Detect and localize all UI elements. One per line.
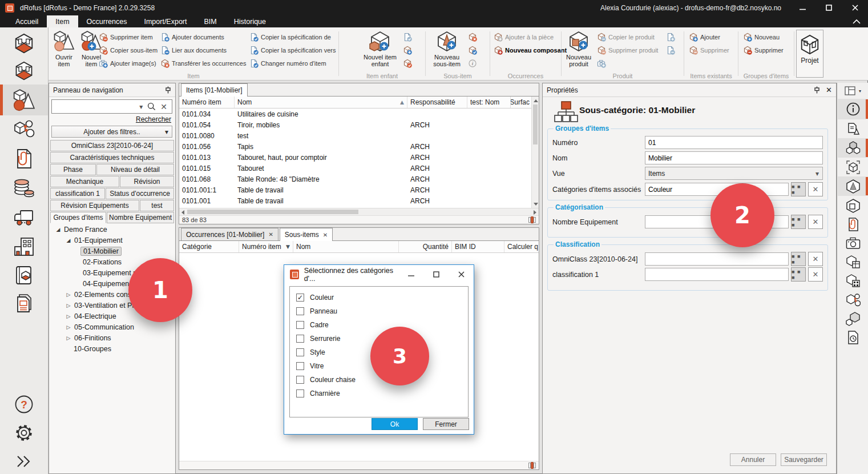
item-row[interactable]: 0101.068Table Ronde: 48 "DiamètreARCH: [179, 174, 531, 184]
pin-icon[interactable]: [814, 86, 820, 94]
ajouter-documents-button[interactable]: Ajouter documents: [160, 31, 224, 42]
col-numero-item[interactable]: Numéro item: [179, 97, 235, 108]
checkbox-unchecked[interactable]: [296, 307, 304, 315]
rail-building-module[interactable]: [0, 233, 48, 260]
category-option[interactable]: Cadre: [290, 318, 468, 332]
copier-sous-item-button[interactable]: Copier sous-item: [99, 45, 158, 55]
checkbox-unchecked[interactable]: [296, 376, 304, 384]
tool-info[interactable]: [838, 99, 868, 119]
filter-groupes-items[interactable]: Groupes d'items: [50, 212, 106, 223]
tree-node-05-communication[interactable]: ▷05-Communication: [51, 322, 173, 332]
tool-product[interactable]: [838, 196, 868, 215]
copier-spec-vers-button[interactable]: Copier la spécification vers: [249, 45, 336, 55]
produit-doc-remove-button[interactable]: [666, 45, 675, 55]
item-row[interactable]: 0101.001:1Table de travailARCH: [179, 184, 531, 195]
tool-occurrences[interactable]: [838, 290, 868, 309]
numero-field[interactable]: [645, 136, 823, 149]
checkbox-checked[interactable]: ✓: [296, 294, 304, 302]
col-test-nom[interactable]: test: Nom: [467, 97, 511, 108]
dialog-titlebar[interactable]: Sélectionnez des catégories d'...: [284, 265, 474, 284]
omniclass-browse-button[interactable]: ■ ■ ■: [791, 252, 806, 266]
filter-caracteristiques[interactable]: Caractéristiques techniques: [50, 152, 174, 163]
classification1-browse-button[interactable]: ■ ■ ■: [791, 267, 806, 282]
items-vertical-scrollbar[interactable]: [531, 97, 539, 208]
tree-node-01-equipement[interactable]: ◢01-Equipement: [51, 235, 173, 246]
rail-occurrences-module[interactable]: [0, 117, 48, 143]
copier-produit-button[interactable]: Copier le produit: [597, 31, 655, 42]
changer-numero-button[interactable]: Changer numéro d'item: [249, 58, 326, 69]
nouvel-item-enfant-button[interactable]: Nouvel item enfant: [362, 29, 398, 67]
dialog-minimize-button[interactable]: [398, 265, 423, 284]
ok-button[interactable]: Ok: [372, 418, 418, 430]
dialog-close-button[interactable]: [449, 265, 474, 284]
tool-attachments[interactable]: [838, 215, 868, 234]
groupes-items-supprimer-button[interactable]: Supprimer: [743, 45, 784, 55]
item-row[interactable]: 0101.056TapisARCH: [179, 141, 531, 152]
tree-expanded-icon[interactable]: ◢: [66, 238, 71, 243]
omniclass-field[interactable]: [645, 252, 789, 266]
ouvrir-item-button[interactable]: Ouvrir item: [51, 29, 77, 67]
supprimer-item-button[interactable]: Supprimer item: [99, 31, 153, 42]
search-icon[interactable]: [145, 102, 158, 111]
collapse-ribbon-icon[interactable]: [845, 15, 868, 27]
category-option[interactable]: ✓Couleur: [290, 291, 468, 304]
rail-project-icon-2[interactable]: [0, 58, 48, 83]
tool-sub-items[interactable]: [838, 138, 868, 158]
annuler-button[interactable]: Annuler: [730, 453, 776, 466]
rail-finance-module[interactable]: [0, 175, 48, 202]
nombre-clear-button[interactable]: ✕: [808, 215, 823, 229]
sous-item-tool-2[interactable]: [468, 45, 477, 55]
item-row[interactable]: 0101.054Tiroir, mobilesARCH: [179, 119, 531, 130]
col-numero-item[interactable]: Numéro item▼: [239, 241, 293, 252]
item-row[interactable]: 0101.015TabouretARCH: [179, 163, 531, 174]
col-nom[interactable]: Nom▲: [235, 97, 407, 108]
filter-revision-equipements[interactable]: Révision Equipements: [50, 200, 139, 211]
categories-associes-field[interactable]: [645, 183, 789, 196]
items-tab[interactable]: Items [01-Mobilier]: [181, 83, 248, 97]
category-option[interactable]: Charnière: [290, 387, 468, 400]
col-calculer[interactable]: Calculer q: [504, 241, 540, 252]
pin-icon[interactable]: [165, 86, 171, 94]
tree-collapsed-icon[interactable]: ▷: [66, 303, 71, 308]
ajouter-images-button[interactable]: Ajouter image(s): [99, 58, 156, 69]
item-enfant-tool-3[interactable]: [403, 58, 412, 69]
copier-spec-de-button[interactable]: Copier la spécification de: [249, 31, 331, 42]
col-quantite[interactable]: Quantité: [399, 241, 452, 252]
tree-node-demo-france[interactable]: ◢Demo France: [51, 224, 173, 235]
column-chooser-icon[interactable]: [528, 462, 536, 469]
tab-item[interactable]: Item: [47, 15, 78, 27]
groupes-items-nouveau-button[interactable]: Nouveau: [743, 31, 780, 42]
projet-button[interactable]: Projet: [796, 30, 823, 78]
search-history-dropdown-icon[interactable]: ▾: [137, 103, 145, 111]
filter-phase[interactable]: Phase: [50, 164, 96, 175]
tool-classification-codes[interactable]: [838, 271, 868, 290]
checkbox-unchecked[interactable]: [296, 348, 304, 356]
rail-items-module[interactable]: [0, 85, 48, 115]
tab-accueil[interactable]: Accueil: [7, 15, 47, 27]
items-existants-ajouter-button[interactable]: Ajouter: [689, 31, 720, 42]
rail-reports-module[interactable]: [0, 290, 48, 318]
categories-browse-button[interactable]: ■ ■ ■: [791, 182, 806, 196]
tool-specification[interactable]: [838, 119, 868, 138]
col-categorie[interactable]: Catégorie: [179, 241, 239, 252]
tab-historique[interactable]: Historique: [225, 15, 274, 27]
tree-collapsed-icon[interactable]: ▷: [66, 324, 71, 330]
tab-close-icon[interactable]: ✕: [323, 232, 328, 238]
tool-item-data[interactable]: [838, 252, 868, 271]
nom-field[interactable]: [645, 151, 823, 164]
fermer-button[interactable]: Fermer: [423, 418, 469, 430]
dialog-maximize-button[interactable]: [423, 265, 449, 284]
item-row[interactable]: 0101.001Table de travailARCH: [179, 195, 531, 206]
tool-history[interactable]: [838, 328, 868, 347]
items-existants-supprimer-button[interactable]: Supprimer: [689, 45, 729, 55]
nombre-browse-button[interactable]: ■ ■ ■: [791, 215, 806, 229]
rail-expand-button[interactable]: [0, 450, 48, 473]
scrollbar-thumb[interactable]: [187, 210, 358, 214]
maximize-button[interactable]: [815, 0, 842, 15]
checkbox-unchecked[interactable]: [296, 389, 304, 397]
minimize-button[interactable]: [789, 0, 815, 15]
filter-revision[interactable]: Révision: [120, 176, 174, 187]
sous-item-tool-1[interactable]: [468, 31, 477, 42]
sous-item-info-icon[interactable]: i: [468, 58, 477, 69]
tree-node-10-groupes[interactable]: 10-Groupes: [51, 343, 173, 354]
